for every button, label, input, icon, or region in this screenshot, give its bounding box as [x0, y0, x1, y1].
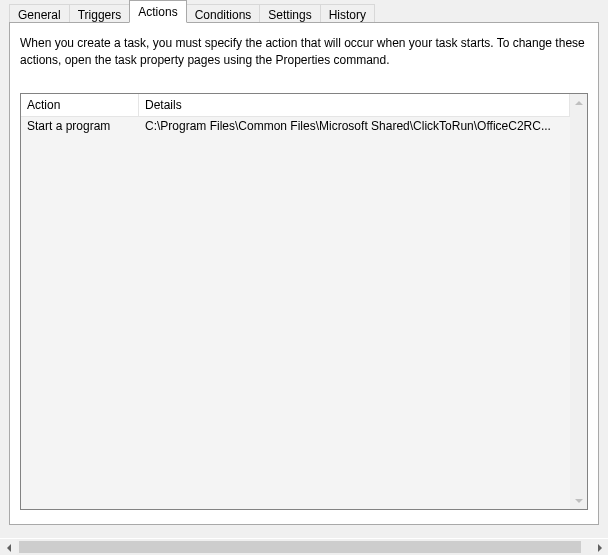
- chevron-left-icon: [7, 544, 11, 552]
- tab-general[interactable]: General: [9, 4, 70, 24]
- scrollbar-thumb[interactable]: [19, 541, 581, 553]
- actions-rows: Start a program C:\Program Files\Common …: [21, 117, 570, 509]
- tab-page-actions: When you create a task, you must specify…: [9, 22, 599, 525]
- actions-list-inner: Action Details Start a program C:\Progra…: [21, 94, 570, 509]
- cell-details: C:\Program Files\Common Files\Microsoft …: [139, 119, 570, 133]
- tab-settings[interactable]: Settings: [259, 4, 320, 24]
- actions-description: When you create a task, you must specify…: [10, 23, 598, 82]
- task-properties-panel: General Triggers Actions Conditions Sett…: [0, 0, 608, 555]
- tab-triggers[interactable]: Triggers: [69, 4, 131, 24]
- chevron-down-icon: [575, 499, 583, 503]
- tab-conditions[interactable]: Conditions: [186, 4, 261, 24]
- column-headers: Action Details: [21, 94, 570, 117]
- chevron-right-icon: [598, 544, 602, 552]
- tab-history[interactable]: History: [320, 4, 375, 24]
- scroll-down-button[interactable]: [570, 492, 587, 509]
- scroll-right-button[interactable]: [591, 539, 608, 555]
- cell-action: Start a program: [21, 119, 139, 133]
- scroll-up-button[interactable]: [570, 94, 587, 111]
- table-row[interactable]: Start a program C:\Program Files\Common …: [21, 117, 570, 135]
- column-header-action[interactable]: Action: [21, 94, 139, 116]
- column-header-details[interactable]: Details: [139, 94, 570, 116]
- scroll-left-button[interactable]: [0, 539, 17, 555]
- panel-horizontal-scrollbar[interactable]: [0, 538, 608, 555]
- tab-strip: General Triggers Actions Conditions Sett…: [9, 0, 375, 23]
- list-vertical-scrollbar[interactable]: [570, 94, 587, 509]
- actions-list[interactable]: Action Details Start a program C:\Progra…: [20, 93, 588, 510]
- tab-actions[interactable]: Actions: [129, 0, 186, 23]
- chevron-up-icon: [575, 101, 583, 105]
- scrollbar-track[interactable]: [17, 539, 591, 555]
